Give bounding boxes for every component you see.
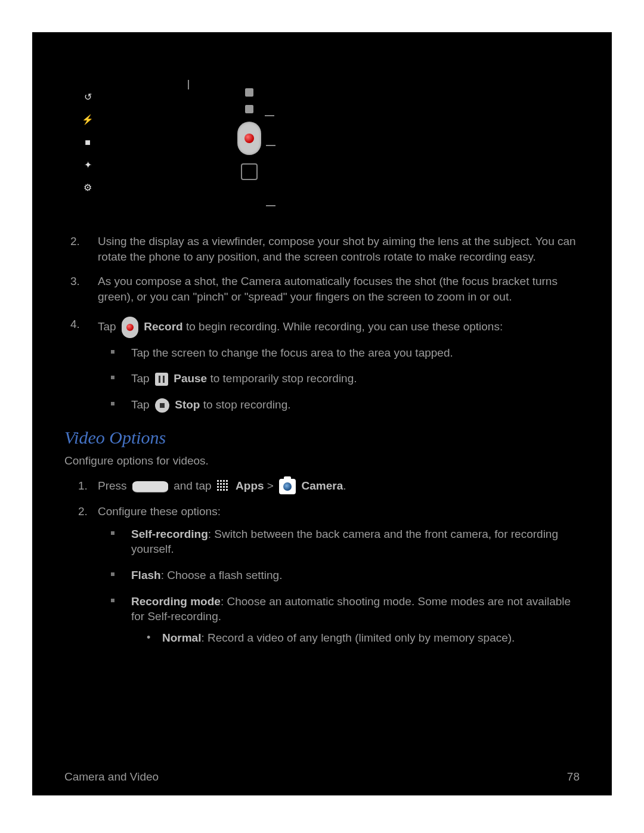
step-4-bold: Record — [144, 320, 182, 333]
vo-step-2: Configure these options: Self-recording:… — [91, 504, 580, 645]
page-content: Using the display as a viewfinder, compo… — [64, 234, 580, 656]
opt1-bold: Self-recording — [131, 528, 208, 540]
vo1-mid: and tap — [171, 479, 215, 492]
gallery-thumbnail-icon — [241, 163, 258, 180]
b2-bold: Pause — [174, 372, 207, 385]
mode-icon: ■ — [81, 136, 94, 149]
video-options-list: Press and tap Apps > Camera. Configure t… — [64, 478, 580, 645]
opt2-bold: Flash — [131, 569, 161, 581]
step-3: As you compose a shot, the Camera automa… — [91, 274, 580, 304]
vo1-pre: Press — [98, 479, 130, 492]
opt-recording-mode: Recording mode: Choose an automatic shoo… — [124, 594, 580, 646]
record-icon — [122, 317, 138, 338]
step-3-text: As you compose a shot, the Camera automa… — [98, 275, 558, 303]
mode-normal: Normal: Record a video of any length (li… — [157, 630, 580, 646]
mode-normal-bold: Normal — [162, 631, 201, 644]
vo1-gt: > — [264, 479, 277, 492]
mode-normal-rest: : Record a video of any length (limited … — [201, 631, 515, 644]
camera-mode-icon — [245, 105, 253, 113]
section-intro: Configure options for videos. — [64, 453, 580, 469]
vo1-camera: Camera — [302, 479, 343, 492]
home-button-icon — [132, 481, 168, 492]
camera-right-toolbar — [237, 88, 261, 180]
step-2: Using the display as a viewfinder, compo… — [91, 234, 580, 264]
b2-post: to temporarily stop recording. — [207, 372, 357, 385]
footer-section-title: Camera and Video — [64, 769, 159, 785]
step-4-bullet-2: Tap Pause to temporarily stop recording. — [124, 371, 580, 386]
vo1-end: . — [343, 479, 346, 492]
vo1-apps: Apps — [236, 479, 264, 492]
step-4-post: to begin recording. While recording, you… — [183, 320, 503, 333]
self-recording-icon: ↺ — [81, 91, 94, 104]
camera-switch-icon — [245, 88, 253, 97]
camera-viewfinder-screenshot: ↺ ⚡ ■ ✦ ⚙ — [75, 85, 270, 222]
step-4-bullet-3: Tap Stop to stop recording. — [124, 397, 580, 413]
step-4-sublist: Tap the screen to change the focus area … — [98, 345, 580, 413]
vo2-text: Configure these options: — [98, 505, 221, 518]
step-4-bullet-1: Tap the screen to change the focus area … — [124, 345, 580, 361]
vo-step-1: Press and tap Apps > Camera. — [91, 478, 580, 494]
step-2-text: Using the display as a viewfinder, compo… — [98, 235, 576, 263]
b3-bold: Stop — [175, 398, 200, 411]
record-button-icon — [237, 122, 261, 155]
flash-icon: ⚡ — [81, 113, 94, 126]
recording-mode-sublist: Normal: Record a video of any length (li… — [131, 630, 580, 646]
footer-page-number: 78 — [567, 769, 580, 785]
pause-icon — [155, 373, 168, 386]
step-4-bullet-1-text: Tap the screen to change the focus area … — [131, 346, 453, 359]
document-page: ↺ ⚡ ■ ✦ ⚙ Using the display as a viewfin… — [32, 32, 612, 795]
opt-flash: Flash: Choose a flash setting. — [124, 568, 580, 583]
step-4-pre: Tap — [98, 320, 119, 333]
b3-post: to stop recording. — [200, 398, 290, 411]
opt-self-recording: Self-recording: Switch between the back … — [124, 527, 580, 557]
apps-grid-icon — [217, 480, 230, 493]
step-4: Tap Record to begin recording. While rec… — [91, 317, 580, 413]
settings-icon: ⚙ — [81, 181, 94, 194]
camera-app-icon — [279, 479, 296, 494]
opt3-bold: Recording mode — [131, 595, 221, 608]
instruction-list-b: Tap Record to begin recording. While rec… — [64, 317, 580, 413]
section-heading-video-options: Video Options — [64, 426, 580, 450]
stop-icon — [155, 398, 169, 413]
page-footer: Camera and Video 78 — [64, 769, 580, 785]
b2-pre: Tap — [131, 372, 153, 385]
instruction-list-a: Using the display as a viewfinder, compo… — [64, 234, 580, 305]
opt2-rest: : Choose a flash setting. — [161, 569, 283, 581]
b3-pre: Tap — [131, 398, 153, 411]
effects-icon: ✦ — [81, 159, 94, 172]
camera-left-toolbar: ↺ ⚡ ■ ✦ ⚙ — [81, 91, 94, 194]
vo-options-list: Self-recording: Switch between the back … — [98, 527, 580, 646]
